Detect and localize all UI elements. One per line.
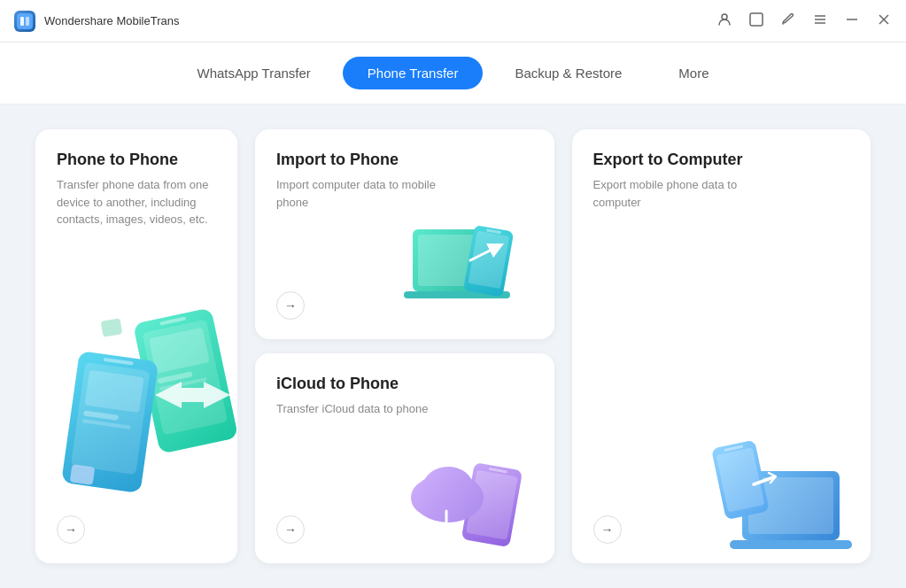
right-cards: Import to Phone Import computer data to … bbox=[255, 129, 554, 563]
svg-rect-33 bbox=[466, 470, 518, 540]
card-phone-to-phone-desc: Transfer phone data from one device to a… bbox=[57, 176, 216, 228]
svg-rect-15 bbox=[157, 371, 192, 383]
nav-bar: WhatsApp Transfer Phone Transfer Backup … bbox=[0, 43, 906, 104]
card-import-desc: Import computer data to mobile phone bbox=[276, 176, 436, 211]
main-content: Phone to Phone Transfer phone data from … bbox=[0, 104, 906, 588]
svg-rect-22 bbox=[82, 419, 131, 429]
svg-rect-21 bbox=[83, 410, 119, 421]
svg-point-36 bbox=[411, 480, 450, 515]
card-export-to-computer[interactable]: Export to Computer Export mobile phone d… bbox=[572, 129, 871, 563]
edit-icon[interactable] bbox=[780, 12, 796, 31]
card-import-arrow[interactable]: → bbox=[276, 291, 305, 320]
svg-rect-27 bbox=[418, 235, 496, 286]
svg-rect-19 bbox=[104, 358, 134, 366]
title-bar-controls bbox=[716, 12, 892, 31]
card-phone-to-phone[interactable]: Phone to Phone Transfer phone data from … bbox=[35, 129, 237, 563]
window-icon[interactable] bbox=[748, 12, 764, 31]
svg-point-35 bbox=[413, 473, 484, 522]
card-import-to-phone[interactable]: Import to Phone Import computer data to … bbox=[255, 129, 554, 339]
svg-point-37 bbox=[450, 486, 482, 513]
card-icloud-desc: Transfer iCloud data to phone bbox=[276, 400, 436, 418]
svg-rect-32 bbox=[461, 462, 522, 547]
card-export-desc: Export mobile phone data to computer bbox=[593, 176, 753, 211]
tab-backup-restore[interactable]: Backup & Restore bbox=[490, 57, 647, 89]
svg-rect-26 bbox=[413, 229, 501, 291]
svg-rect-0 bbox=[17, 13, 33, 29]
svg-rect-29 bbox=[462, 225, 513, 298]
svg-point-38 bbox=[423, 467, 473, 506]
export-illustration bbox=[693, 414, 862, 555]
menu-icon[interactable] bbox=[812, 12, 828, 31]
svg-rect-44 bbox=[716, 447, 765, 512]
title-bar-left: Wondershare MobileTrans bbox=[14, 11, 179, 32]
tab-whatsapp-transfer[interactable]: WhatsApp Transfer bbox=[172, 57, 335, 89]
svg-rect-31 bbox=[485, 228, 500, 234]
svg-rect-24 bbox=[101, 318, 123, 337]
card-icloud-to-phone[interactable]: iCloud to Phone Transfer iCloud data to … bbox=[255, 353, 554, 563]
svg-rect-20 bbox=[85, 370, 144, 413]
app-icon bbox=[14, 11, 35, 32]
profile-icon[interactable] bbox=[716, 12, 732, 31]
svg-rect-11 bbox=[133, 307, 237, 453]
import-illustration bbox=[395, 207, 546, 331]
tab-phone-transfer[interactable]: Phone Transfer bbox=[343, 57, 484, 89]
card-phone-to-phone-title: Phone to Phone bbox=[57, 151, 216, 169]
card-import-title: Import to Phone bbox=[276, 151, 533, 169]
card-icloud-arrow[interactable]: → bbox=[276, 515, 305, 544]
card-icloud-title: iCloud to Phone bbox=[276, 375, 533, 393]
card-phone-to-phone-arrow[interactable]: → bbox=[57, 515, 85, 544]
svg-rect-17 bbox=[61, 351, 159, 493]
phone-to-phone-illustration bbox=[53, 306, 237, 519]
svg-rect-4 bbox=[750, 13, 763, 26]
svg-rect-43 bbox=[711, 440, 770, 521]
svg-point-3 bbox=[722, 14, 727, 19]
minimize-icon[interactable] bbox=[844, 12, 860, 31]
svg-rect-28 bbox=[404, 291, 510, 298]
svg-rect-18 bbox=[71, 362, 151, 475]
close-icon[interactable] bbox=[876, 12, 892, 31]
svg-rect-40 bbox=[742, 471, 840, 540]
card-export-title: Export to Computer bbox=[593, 151, 850, 169]
svg-rect-2 bbox=[26, 17, 29, 26]
tab-more[interactable]: More bbox=[654, 57, 733, 89]
svg-rect-30 bbox=[468, 231, 509, 290]
svg-rect-14 bbox=[149, 328, 210, 374]
svg-rect-42 bbox=[730, 540, 852, 549]
svg-rect-34 bbox=[488, 468, 507, 474]
svg-rect-12 bbox=[142, 320, 228, 436]
svg-rect-45 bbox=[724, 445, 743, 452]
app-title: Wondershare MobileTrans bbox=[44, 14, 179, 27]
svg-rect-25 bbox=[70, 464, 96, 484]
card-export-arrow[interactable]: → bbox=[593, 515, 622, 544]
icloud-illustration bbox=[395, 431, 546, 555]
svg-rect-41 bbox=[748, 477, 833, 534]
svg-rect-13 bbox=[159, 316, 186, 325]
svg-rect-1 bbox=[20, 17, 24, 26]
svg-rect-16 bbox=[159, 377, 207, 391]
title-bar: Wondershare MobileTrans bbox=[0, 0, 906, 43]
